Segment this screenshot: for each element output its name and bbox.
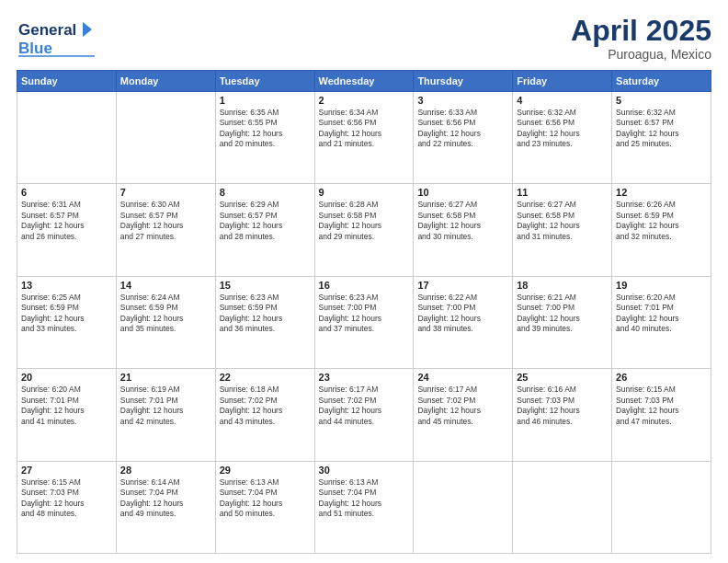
day-detail: Sunrise: 6:25 AMSunset: 6:59 PMDaylight:… [21,293,112,335]
day-detail: Sunrise: 6:33 AMSunset: 6:56 PMDaylight:… [417,108,508,150]
table-row [612,461,711,553]
table-row: 27Sunrise: 6:15 AMSunset: 7:03 PMDayligh… [17,461,117,553]
day-number: 16 [319,280,410,291]
day-number: 13 [21,280,112,291]
day-detail: Sunrise: 6:18 AMSunset: 7:02 PMDaylight:… [220,385,311,427]
table-row: 15Sunrise: 6:23 AMSunset: 6:59 PMDayligh… [215,276,314,368]
day-number: 22 [220,372,311,383]
page: General Blue April 2025 Puroagua, Mexico… [0,0,728,563]
day-detail: Sunrise: 6:28 AMSunset: 6:58 PMDaylight:… [319,200,410,242]
table-row: 23Sunrise: 6:17 AMSunset: 7:02 PMDayligh… [314,369,414,461]
day-detail: Sunrise: 6:32 AMSunset: 6:56 PMDaylight:… [517,108,608,150]
day-detail: Sunrise: 6:27 AMSunset: 6:58 PMDaylight:… [417,200,508,242]
calendar-week-row: 27Sunrise: 6:15 AMSunset: 7:03 PMDayligh… [17,461,711,553]
day-number: 24 [417,372,508,383]
day-detail: Sunrise: 6:23 AMSunset: 7:00 PMDaylight:… [319,293,410,335]
day-number: 28 [120,465,211,476]
day-number: 17 [417,280,508,291]
day-number: 5 [616,95,707,106]
header-tuesday: Tuesday [215,71,314,92]
day-number: 10 [417,187,508,198]
calendar-header-row: Sunday Monday Tuesday Wednesday Thursday… [17,71,711,92]
svg-marker-1 [83,22,92,37]
page-title: April 2025 [571,15,711,47]
table-row: 26Sunrise: 6:15 AMSunset: 7:03 PMDayligh… [612,369,711,461]
table-row [513,461,612,553]
day-number: 9 [319,187,410,198]
table-row: 30Sunrise: 6:13 AMSunset: 7:04 PMDayligh… [314,461,414,553]
day-detail: Sunrise: 6:29 AMSunset: 6:57 PMDaylight:… [220,200,311,242]
day-number: 14 [120,280,211,291]
title-block: April 2025 Puroagua, Mexico [571,15,711,62]
day-detail: Sunrise: 6:17 AMSunset: 7:02 PMDaylight:… [417,385,508,427]
table-row: 8Sunrise: 6:29 AMSunset: 6:57 PMDaylight… [215,184,314,276]
table-row: 3Sunrise: 6:33 AMSunset: 6:56 PMDaylight… [414,92,513,184]
day-number: 19 [616,280,707,291]
table-row: 6Sunrise: 6:31 AMSunset: 6:57 PMDaylight… [17,184,117,276]
day-number: 3 [417,95,508,106]
day-number: 12 [616,187,707,198]
day-number: 8 [220,187,311,198]
day-detail: Sunrise: 6:15 AMSunset: 7:03 PMDaylight:… [616,385,707,427]
day-detail: Sunrise: 6:13 AMSunset: 7:04 PMDaylight:… [220,477,311,520]
header-sunday: Sunday [17,71,117,92]
day-detail: Sunrise: 6:34 AMSunset: 6:56 PMDaylight:… [319,108,410,150]
table-row: 18Sunrise: 6:21 AMSunset: 7:00 PMDayligh… [513,276,612,368]
calendar-week-row: 6Sunrise: 6:31 AMSunset: 6:57 PMDaylight… [17,184,711,276]
day-number: 26 [616,372,707,383]
table-row: 13Sunrise: 6:25 AMSunset: 6:59 PMDayligh… [17,276,117,368]
table-row [17,92,117,184]
header-friday: Friday [513,71,612,92]
day-detail: Sunrise: 6:19 AMSunset: 7:01 PMDaylight:… [120,385,211,427]
day-detail: Sunrise: 6:17 AMSunset: 7:02 PMDaylight:… [319,385,410,427]
header-monday: Monday [116,71,215,92]
table-row: 11Sunrise: 6:27 AMSunset: 6:58 PMDayligh… [513,184,612,276]
day-detail: Sunrise: 6:30 AMSunset: 6:57 PMDaylight:… [120,200,211,242]
table-row [414,461,513,553]
day-detail: Sunrise: 6:15 AMSunset: 7:03 PMDaylight:… [21,477,112,520]
day-number: 27 [21,465,112,476]
logo: General Blue [17,15,104,63]
logo-svg: General Blue [17,15,104,63]
table-row: 12Sunrise: 6:26 AMSunset: 6:59 PMDayligh… [612,184,711,276]
page-subtitle: Puroagua, Mexico [571,47,711,62]
header-thursday: Thursday [414,71,513,92]
day-number: 11 [517,187,608,198]
table-row: 5Sunrise: 6:32 AMSunset: 6:57 PMDaylight… [612,92,711,184]
day-detail: Sunrise: 6:13 AMSunset: 7:04 PMDaylight:… [319,477,410,520]
table-row [116,92,215,184]
day-number: 15 [220,280,311,291]
table-row: 25Sunrise: 6:16 AMSunset: 7:03 PMDayligh… [513,369,612,461]
table-row: 17Sunrise: 6:22 AMSunset: 7:00 PMDayligh… [414,276,513,368]
day-number: 4 [517,95,608,106]
day-detail: Sunrise: 6:35 AMSunset: 6:55 PMDaylight:… [220,108,311,150]
day-number: 6 [21,187,112,198]
table-row: 28Sunrise: 6:14 AMSunset: 7:04 PMDayligh… [116,461,215,553]
day-detail: Sunrise: 6:16 AMSunset: 7:03 PMDaylight:… [517,385,608,427]
day-detail: Sunrise: 6:20 AMSunset: 7:01 PMDaylight:… [616,293,707,335]
table-row: 24Sunrise: 6:17 AMSunset: 7:02 PMDayligh… [414,369,513,461]
table-row: 22Sunrise: 6:18 AMSunset: 7:02 PMDayligh… [215,369,314,461]
table-row: 9Sunrise: 6:28 AMSunset: 6:58 PMDaylight… [314,184,414,276]
day-number: 18 [517,280,608,291]
svg-text:Blue: Blue [18,40,52,57]
calendar-week-row: 20Sunrise: 6:20 AMSunset: 7:01 PMDayligh… [17,369,711,461]
header-wednesday: Wednesday [314,71,414,92]
day-detail: Sunrise: 6:14 AMSunset: 7:04 PMDaylight:… [120,477,211,520]
day-number: 21 [120,372,211,383]
table-row: 20Sunrise: 6:20 AMSunset: 7:01 PMDayligh… [17,369,117,461]
day-number: 1 [220,95,311,106]
table-row: 29Sunrise: 6:13 AMSunset: 7:04 PMDayligh… [215,461,314,553]
day-number: 2 [319,95,410,106]
calendar-week-row: 13Sunrise: 6:25 AMSunset: 6:59 PMDayligh… [17,276,711,368]
svg-text:General: General [18,21,76,39]
calendar-week-row: 1Sunrise: 6:35 AMSunset: 6:55 PMDaylight… [17,92,711,184]
day-detail: Sunrise: 6:32 AMSunset: 6:57 PMDaylight:… [616,108,707,150]
header: General Blue April 2025 Puroagua, Mexico [17,15,711,63]
table-row: 7Sunrise: 6:30 AMSunset: 6:57 PMDaylight… [116,184,215,276]
day-detail: Sunrise: 6:23 AMSunset: 6:59 PMDaylight:… [220,293,311,335]
table-row: 21Sunrise: 6:19 AMSunset: 7:01 PMDayligh… [116,369,215,461]
day-number: 29 [220,465,311,476]
table-row: 4Sunrise: 6:32 AMSunset: 6:56 PMDaylight… [513,92,612,184]
day-number: 25 [517,372,608,383]
